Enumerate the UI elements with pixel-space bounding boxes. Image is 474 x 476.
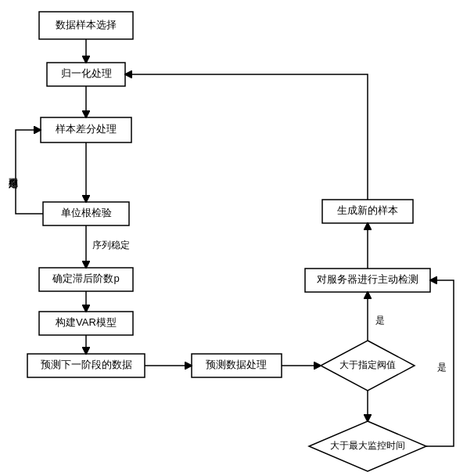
edge-n10-n2 <box>125 74 368 200</box>
label-n5: 确定滞后阶数p <box>52 272 119 284</box>
label-d2: 大于最大监控时间 <box>330 440 405 451</box>
label-n6: 构建VAR模型 <box>55 316 117 328</box>
label-n7: 预测下一阶段的数据 <box>41 359 132 370</box>
label-n9: 对服务器进行主动检测 <box>317 273 418 285</box>
label-edge-yes2: 是 <box>437 362 447 373</box>
flowchart-diagram: 数据样本选择 归一化处理 样本差分处理 单位根检验 确定滞后阶数p 构建VAR模… <box>0 0 474 476</box>
label-edge-yes1: 是 <box>375 315 385 326</box>
edge-n4-n3-loop <box>16 130 43 214</box>
label-n10: 生成新的样本 <box>337 204 398 216</box>
label-d1: 大于指定阀值 <box>339 359 396 370</box>
label-n4: 单位根检验 <box>61 207 112 218</box>
label-n1: 数据样本选择 <box>56 19 117 31</box>
label-n3: 样本差分处理 <box>56 123 117 135</box>
label-edge-unstable: 序列不稳定 <box>9 178 18 189</box>
label-n8: 预测数据处理 <box>206 359 267 370</box>
label-n2: 归一化处理 <box>61 67 112 79</box>
label-edge-stable: 序列稳定 <box>92 240 130 251</box>
